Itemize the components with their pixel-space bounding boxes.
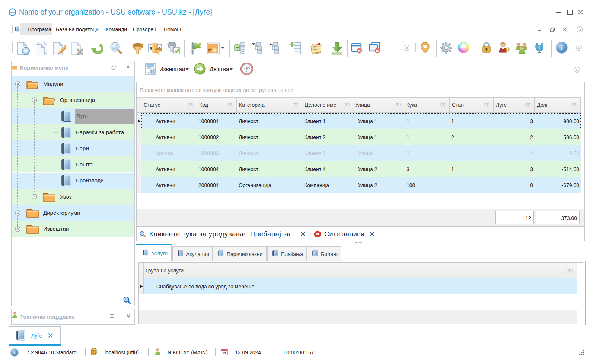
svg-text:31: 31 xyxy=(222,351,226,355)
svg-text:i: i xyxy=(561,44,563,52)
svg-text:i: i xyxy=(14,350,15,355)
svg-text:usu: usu xyxy=(10,11,15,14)
